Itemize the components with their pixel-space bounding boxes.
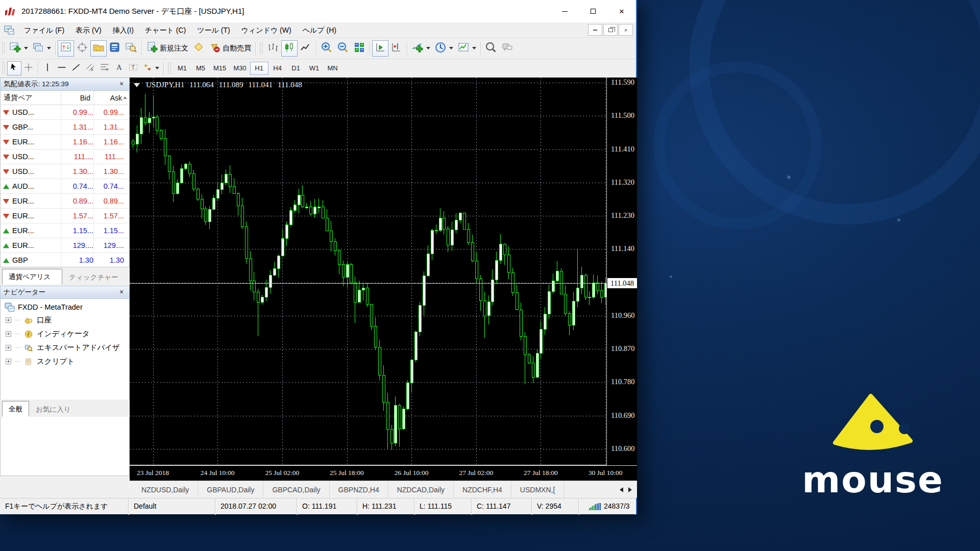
chart-tab[interactable]: NZDCHF,H4 [454,481,511,498]
child-close-button[interactable]: × [619,24,633,36]
auto-scroll-toggle[interactable] [372,40,388,57]
market-watch-row[interactable]: EUR...1.16...1.16... [1,135,129,149]
maximize-button[interactable] [579,0,607,22]
title-bar[interactable]: 2017288661: FXDD-MT4 Demo Server - デモ口座 … [0,0,636,22]
dropdown-caret-icon[interactable] [155,67,159,69]
child-minimize-button[interactable] [588,24,602,36]
navigator-item-indicators-tree[interactable]: +fインディケータ [6,327,129,341]
indicators-button[interactable] [409,40,432,57]
vertical-line-tool[interactable] [40,61,55,76]
scroll-right-icon[interactable] [628,487,632,492]
menu-item-0[interactable]: ファイル (F) [18,22,70,38]
menu-item-1[interactable]: 表示 (V) [70,22,107,38]
market-watch-row[interactable]: USD...0.99...0.99... [1,105,129,120]
line-chart-button[interactable] [298,40,314,57]
market-watch-row[interactable]: EUR...1.57...1.57... [1,209,129,223]
templates-button[interactable] [455,40,478,57]
navigator-item-accounts[interactable]: +口座 [6,313,129,327]
new-order-button[interactable]: 新規注文 [144,40,190,57]
expand-plus-icon[interactable]: + [6,359,11,364]
navigator-root-item[interactable]: FXDD - MetaTrader [1,301,129,313]
timeframe-w1[interactable]: W1 [305,62,324,75]
chart-shift-toggle[interactable] [388,40,405,57]
toolbar-grip[interactable] [2,62,6,74]
terminal-toggle[interactable] [107,40,123,57]
sort-up-icon[interactable] [123,96,127,99]
menu-item-5[interactable]: ウィンドウ (W) [236,22,297,38]
strategy-tester-toggle[interactable] [123,40,139,57]
market-watch-row[interactable]: USD...1.30...1.30... [1,164,129,179]
channel-tool[interactable]: E [83,61,97,76]
market-watch-row[interactable]: EUR...129....129.... [1,238,129,253]
navigator-toggle[interactable] [90,40,107,57]
dropdown-caret-icon[interactable] [449,47,453,49]
zoom-in-button[interactable] [318,40,335,57]
tab-ティックチャート[interactable]: ティックチャート [62,270,130,285]
chart-tab[interactable]: NZDCAD,Daily [388,481,454,498]
timeframe-m15[interactable]: M15 [210,62,230,75]
expand-plus-icon[interactable]: + [6,317,11,323]
market-watch-close-icon[interactable]: × [117,80,126,89]
dropdown-caret-icon[interactable] [426,47,430,49]
market-watch-row[interactable]: AUD...0.74...0.74... [1,179,129,194]
zoom-out-button[interactable] [335,40,351,57]
close-button[interactable]: × [607,0,636,22]
menu-item-2[interactable]: 挿入(I) [107,22,139,38]
timeframe-mn[interactable]: MN [324,62,342,75]
text-tool[interactable]: A [112,61,126,76]
dropdown-caret-icon[interactable] [24,47,28,49]
toolbar-grip[interactable] [260,42,263,55]
chart-area[interactable]: USDJPY,H1 111.064 111.089 111.041 111.04… [130,78,637,481]
candlestick-button[interactable] [281,40,298,57]
navigator-item-experts[interactable]: +エキスパートアドバイザ [6,341,129,355]
toolbar-grip[interactable] [2,42,6,55]
time-axis[interactable]: 23 Jul 201824 Jul 10:0025 Jul 02:0025 Ju… [130,465,637,481]
search-button[interactable] [483,40,499,57]
new-chart-button[interactable] [7,40,30,57]
tab-お気に入り[interactable]: お気に入り [29,403,77,417]
child-restore-button[interactable] [603,24,618,36]
dropdown-caret-icon[interactable] [47,47,51,49]
profiles-button[interactable] [30,40,53,57]
scroll-left-icon[interactable] [620,487,623,492]
navigator-item-scripts[interactable]: +スクリプト [6,355,129,368]
cursor-tool[interactable] [7,61,21,76]
chart-tab[interactable]: GBPNZD,H4 [330,481,388,498]
crosshair-tool[interactable] [21,61,36,76]
menu-item-6[interactable]: ヘルプ (H) [297,22,342,38]
market-watch-toggle[interactable] [58,40,74,57]
timeframe-m1[interactable]: M1 [173,62,191,75]
timeframe-d1[interactable]: D1 [287,62,305,75]
horizontal-line-tool[interactable] [55,61,69,76]
timeframe-m30[interactable]: M30 [230,62,250,75]
expand-plus-icon[interactable]: + [6,331,11,337]
chart-tab[interactable]: GBPCAD,Daily [263,481,329,498]
market-watch-row[interactable]: GBP1.301.30 [1,253,129,267]
metaeditor-button[interactable] [190,40,207,57]
column-symbol[interactable]: 通貨ペア [1,93,61,103]
menu-item-3[interactable]: チャート (C) [139,22,191,38]
chart-tab[interactable]: USDMXN,[ [511,481,564,498]
community-button[interactable] [499,40,516,57]
navigator-close-icon[interactable]: × [117,288,126,297]
text-label-tool[interactable]: T [126,61,140,76]
tab-全般[interactable]: 全般 [2,401,29,417]
autotrading-button[interactable]: 自動売買 [207,40,253,57]
minimize-button[interactable] [550,0,579,22]
fibonacci-tool[interactable]: F [97,61,112,76]
candlestick-plot[interactable] [130,78,606,465]
chart-tab[interactable]: GBPAUD,Daily [198,481,263,498]
timeframe-h1[interactable]: H1 [250,62,268,75]
expand-plus-icon[interactable]: + [6,345,11,350]
market-watch-row[interactable]: USD...111....111.... [1,149,129,164]
periods-button[interactable] [432,40,455,57]
tile-windows-button[interactable] [351,40,368,57]
timeframe-h4[interactable]: H4 [268,62,287,75]
arrows-tool[interactable] [140,61,161,76]
trendline-tool[interactable] [69,61,83,76]
market-watch-row[interactable]: EUR...1.15...1.15... [1,223,129,238]
chart-tab[interactable]: NZDUSD,Daily [133,481,198,498]
market-watch-row[interactable]: EUR...0.89...0.89... [1,194,129,209]
market-watch-column-headers[interactable]: 通貨ペア Bid Ask [1,91,129,105]
dropdown-caret-icon[interactable] [472,47,476,49]
